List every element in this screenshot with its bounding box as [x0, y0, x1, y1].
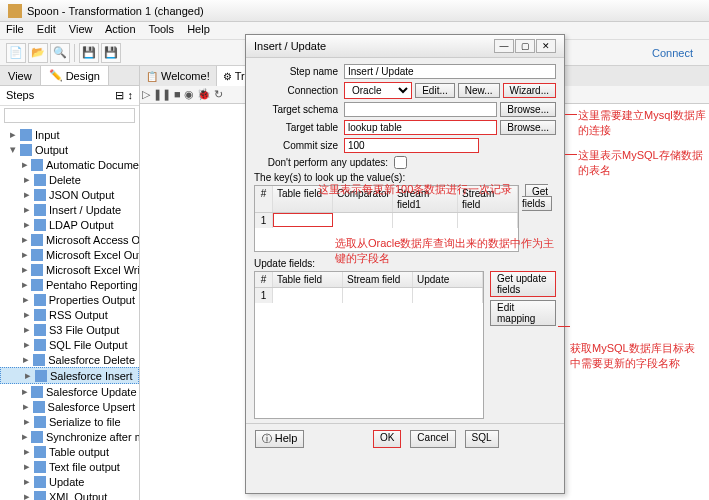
menu-edit[interactable]: Edit	[37, 23, 56, 35]
wizard-button[interactable]: Wizard...	[503, 83, 556, 98]
window-title: Spoon - Transformation 1 (changed)	[27, 5, 204, 17]
commit-size-input[interactable]	[344, 138, 479, 153]
target-table-input[interactable]	[344, 120, 497, 135]
tree-item[interactable]: ▸XML Output	[0, 489, 139, 500]
tree-item[interactable]: ▸Input	[0, 127, 139, 142]
dont-perform-label: Don't perform any updates:	[254, 157, 394, 168]
table-row[interactable]: 1	[255, 213, 518, 228]
save-button[interactable]: 💾	[79, 43, 99, 63]
connection-label: Connection	[254, 85, 344, 96]
col-table-field2[interactable]: Table field	[273, 272, 343, 287]
collapse-icon[interactable]: ⊟ ↕	[115, 89, 133, 102]
connection-select[interactable]: Oracle	[344, 82, 412, 99]
tree-item[interactable]: ▸Salesforce Update	[0, 384, 139, 399]
new-button[interactable]: 📄	[6, 43, 26, 63]
tree-item[interactable]: ▸JSON Output	[0, 187, 139, 202]
app-icon	[8, 4, 22, 18]
ok-button[interactable]: OK	[373, 430, 401, 448]
new-button[interactable]: New...	[458, 83, 500, 98]
tree-item[interactable]: ▸Microsoft Excel Out	[0, 247, 139, 262]
annotation-commit: 这里表示每更新100条数据进行一次记录	[318, 182, 518, 197]
tree-item[interactable]: ▸Automatic Docume	[0, 157, 139, 172]
minimize-icon[interactable]: —	[494, 39, 514, 53]
debug-icon[interactable]: 🐞	[197, 88, 211, 101]
dont-perform-checkbox[interactable]	[394, 156, 407, 169]
table-row[interactable]: 1	[255, 288, 483, 303]
tree-item[interactable]: ▸Text file output	[0, 459, 139, 474]
tree-item[interactable]: ▸Update	[0, 474, 139, 489]
dialog-title: Insert / Update	[254, 40, 326, 52]
tree-item[interactable]: ▸SQL File Output	[0, 337, 139, 352]
step-name-input[interactable]	[344, 64, 556, 79]
browse-schema-button[interactable]: Browse...	[500, 102, 556, 117]
menu-file[interactable]: File	[6, 23, 24, 35]
annotation-table: 这里表示MySQL存储数据的表名	[578, 148, 708, 178]
menu-help[interactable]: Help	[187, 23, 210, 35]
tree-item[interactable]: ▸Pentaho Reporting	[0, 277, 139, 292]
commit-size-label: Commit size	[254, 140, 344, 151]
tree-item[interactable]: ▸Microsoft Excel Wri	[0, 262, 139, 277]
steps-header: Steps⊟ ↕	[0, 86, 139, 106]
explore-button[interactable]: 🔍	[50, 43, 70, 63]
pause-icon[interactable]: ❚❚	[153, 88, 171, 101]
tree-item[interactable]: ▾Output	[0, 142, 139, 157]
target-schema-input[interactable]	[344, 102, 497, 117]
run-icon[interactable]: ▷	[142, 88, 150, 101]
tree-item[interactable]: ▸Salesforce Delete	[0, 352, 139, 367]
annotation-update: 获取MySQL数据库目标表中需要更新的字段名称	[570, 341, 705, 371]
replay-icon[interactable]: ↻	[214, 88, 223, 101]
tab-view[interactable]: View	[0, 66, 41, 85]
help-button[interactable]: ⓘ Help	[255, 430, 304, 448]
menu-action[interactable]: Action	[105, 23, 136, 35]
annotation-connection: 这里需要建立Mysql数据库的连接	[578, 108, 708, 138]
saveas-button[interactable]: 💾	[101, 43, 121, 63]
menu-view[interactable]: View	[69, 23, 93, 35]
tree-item[interactable]: ▸Delete	[0, 172, 139, 187]
tree-item[interactable]: ▸RSS Output	[0, 307, 139, 322]
edit-button[interactable]: Edit...	[415, 83, 455, 98]
tree-item[interactable]: ▸Table output	[0, 444, 139, 459]
preview-icon[interactable]: ◉	[184, 88, 194, 101]
maximize-icon[interactable]: ▢	[515, 39, 535, 53]
tree-item[interactable]: ▸Synchronize after m	[0, 429, 139, 444]
step-name-label: Step name	[254, 66, 344, 77]
tree-item[interactable]: ▸S3 File Output	[0, 322, 139, 337]
target-table-label: Target table	[254, 122, 344, 133]
tree-item[interactable]: ▸Microsoft Access O	[0, 232, 139, 247]
cancel-button[interactable]: Cancel	[410, 430, 455, 448]
tree-item[interactable]: ▸Insert / Update	[0, 202, 139, 217]
col-update[interactable]: Update	[413, 272, 483, 287]
sql-button[interactable]: SQL	[465, 430, 499, 448]
close-icon[interactable]: ✕	[536, 39, 556, 53]
steps-tree[interactable]: ▸Input▾Output▸Automatic Docume▸Delete▸JS…	[0, 125, 139, 500]
tree-item[interactable]: ▸Properties Output	[0, 292, 139, 307]
annotation-key: 选取从Oracle数据库查询出来的数据中作为主键的字段名	[335, 236, 565, 266]
target-schema-label: Target schema	[254, 104, 344, 115]
open-button[interactable]: 📂	[28, 43, 48, 63]
connect-link[interactable]: Connect	[652, 47, 693, 59]
tree-item[interactable]: ▸Serialize to file	[0, 414, 139, 429]
tree-item[interactable]: ▸Salesforce Insert	[0, 367, 139, 384]
col-stream-field2[interactable]: Stream field	[343, 272, 413, 287]
search-input[interactable]	[4, 108, 135, 123]
tab-welcome[interactable]: 📋Welcome!	[140, 66, 217, 86]
tree-item[interactable]: ▸Salesforce Upsert	[0, 399, 139, 414]
get-fields-button[interactable]: Get fields	[522, 184, 552, 211]
get-update-fields-button[interactable]: Get update fields	[490, 271, 556, 297]
stop-icon[interactable]: ■	[174, 88, 181, 101]
tab-design[interactable]: ✏️Design	[41, 66, 109, 85]
browse-table-button[interactable]: Browse...	[500, 120, 556, 135]
edit-mapping-button[interactable]: Edit mapping	[490, 300, 556, 326]
menu-tools[interactable]: Tools	[148, 23, 174, 35]
left-panel: View ✏️Design Steps⊟ ↕ ▸Input▾Output▸Aut…	[0, 66, 140, 500]
window-titlebar: Spoon - Transformation 1 (changed)	[0, 0, 709, 22]
tree-item[interactable]: ▸LDAP Output	[0, 217, 139, 232]
